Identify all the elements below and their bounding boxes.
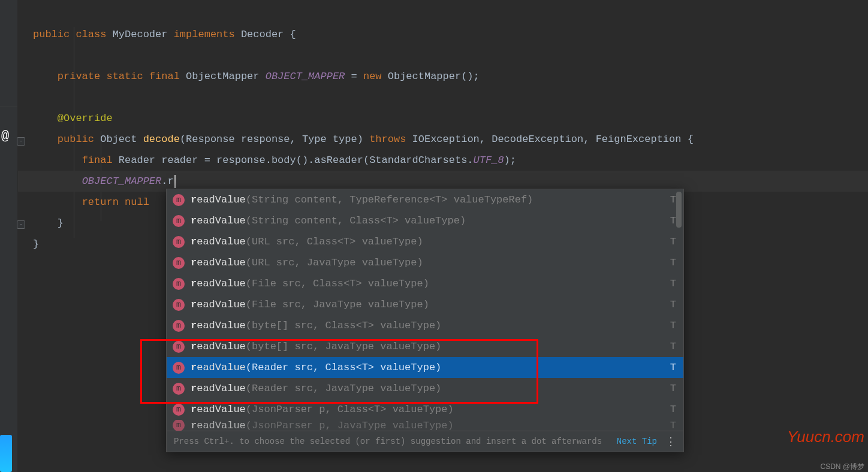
completion-item-return-type: T xyxy=(670,299,676,310)
completion-item-return-type: T xyxy=(670,362,676,373)
completion-item-label: readValue(String content, Class<T> value… xyxy=(191,215,658,226)
completion-item-return-type: T xyxy=(670,383,676,394)
completion-footer: Press Ctrl+. to choose the selected (or … xyxy=(167,431,683,452)
completion-item-label: readValue(Reader src, Class<T> valueType… xyxy=(191,362,658,373)
code-editor[interactable]: public class MyDecoder implements Decode… xyxy=(18,0,868,472)
code-line[interactable]: private static final ObjectMapper OBJECT… xyxy=(18,66,868,87)
completion-item-return-type: T xyxy=(670,215,676,226)
completion-item[interactable]: mreadValue(byte[] src, Class<T> valueTyp… xyxy=(167,315,683,336)
method-icon: m xyxy=(173,320,185,332)
completion-item[interactable]: mreadValue(URL src, Class<T> valueType)T xyxy=(167,231,683,252)
completion-item-return-type: T xyxy=(670,420,676,431)
completion-item-return-type: T xyxy=(670,320,676,331)
completion-item-label: readValue(String content, TypeReference<… xyxy=(191,194,658,205)
code-line[interactable]: public Object decode(Response response, … xyxy=(18,129,868,150)
completion-item[interactable]: mreadValue(JsonParser p, Class<T> valueT… xyxy=(167,399,683,420)
watermark-csdn: CSDN @博梦 xyxy=(820,462,864,472)
completion-item-label: readValue(byte[] src, Class<T> valueType… xyxy=(191,320,658,331)
completion-item-label: readValue(File src, JavaType valueType) xyxy=(191,299,658,310)
completion-item-label: readValue(URL src, Class<T> valueType) xyxy=(191,236,658,247)
completion-item-label: readValue(URL src, JavaType valueType) xyxy=(191,257,658,268)
gutter: @ - - xyxy=(0,0,18,472)
completion-item[interactable]: mreadValue(URL src, JavaType valueType)T xyxy=(167,252,683,273)
gutter-separator xyxy=(0,107,17,107)
completion-hint: Press Ctrl+. to choose the selected (or … xyxy=(174,437,613,446)
method-icon: m xyxy=(173,194,185,206)
more-icon[interactable]: ⋮ xyxy=(665,435,676,448)
completion-item[interactable]: mreadValue(Reader src, Class<T> valueTyp… xyxy=(167,357,683,378)
completion-item[interactable]: mreadValue(String content, Class<T> valu… xyxy=(167,210,683,231)
completion-item-label: readValue(File src, Class<T> valueType) xyxy=(191,278,658,289)
method-icon: m xyxy=(173,404,185,416)
completion-item-return-type: T xyxy=(670,404,676,415)
side-stripe xyxy=(0,435,12,472)
method-icon: m xyxy=(173,215,185,227)
completion-item-return-type: T xyxy=(670,278,676,289)
method-icon: m xyxy=(173,383,185,395)
method-icon: m xyxy=(173,278,185,290)
completion-item[interactable]: mreadValue(byte[] src, JavaType valueTyp… xyxy=(167,336,683,357)
method-icon: m xyxy=(173,341,185,353)
completion-item-return-type: T xyxy=(670,236,676,247)
completion-item-return-type: T xyxy=(670,194,676,205)
completion-scrollbar[interactable] xyxy=(676,192,682,228)
code-line[interactable]: public class MyDecoder implements Decode… xyxy=(18,24,868,45)
completion-item[interactable]: mreadValue(Reader src, JavaType valueTyp… xyxy=(167,378,683,399)
completion-item-label: readValue(byte[] src, JavaType valueType… xyxy=(191,341,658,352)
method-icon: m xyxy=(173,257,185,269)
completion-item[interactable]: mreadValue(File src, JavaType valueType)… xyxy=(167,294,683,315)
method-icon: m xyxy=(173,362,185,374)
next-tip-link[interactable]: Next Tip xyxy=(617,437,657,446)
code-completion-popup[interactable]: mreadValue(String content, TypeReference… xyxy=(166,189,684,452)
text-caret xyxy=(174,175,176,188)
completion-item-return-type: T xyxy=(670,341,676,352)
completion-item[interactable]: mreadValue(File src, Class<T> valueType)… xyxy=(167,273,683,294)
completion-item-label: readValue(JsonParser p, Class<T> valueTy… xyxy=(191,404,658,415)
method-icon: m xyxy=(173,236,185,248)
completion-item-return-type: T xyxy=(670,257,676,268)
code-line[interactable]: final Reader reader = response.body().as… xyxy=(18,150,868,171)
method-icon: m xyxy=(173,299,185,311)
completion-item[interactable]: mreadValue(String content, TypeReference… xyxy=(167,189,683,210)
watermark-site: Yuucn.com xyxy=(787,428,864,446)
completion-item-label: readValue(JsonParser p, JavaType valueTy… xyxy=(191,420,658,431)
method-icon: m xyxy=(173,420,185,431)
override-gutter-icon[interactable]: @ xyxy=(1,129,9,144)
completion-item-label: readValue(Reader src, JavaType valueType… xyxy=(191,383,658,394)
code-line[interactable]: @Override xyxy=(18,108,868,129)
completion-item[interactable]: mreadValue(JsonParser p, JavaType valueT… xyxy=(167,420,683,431)
